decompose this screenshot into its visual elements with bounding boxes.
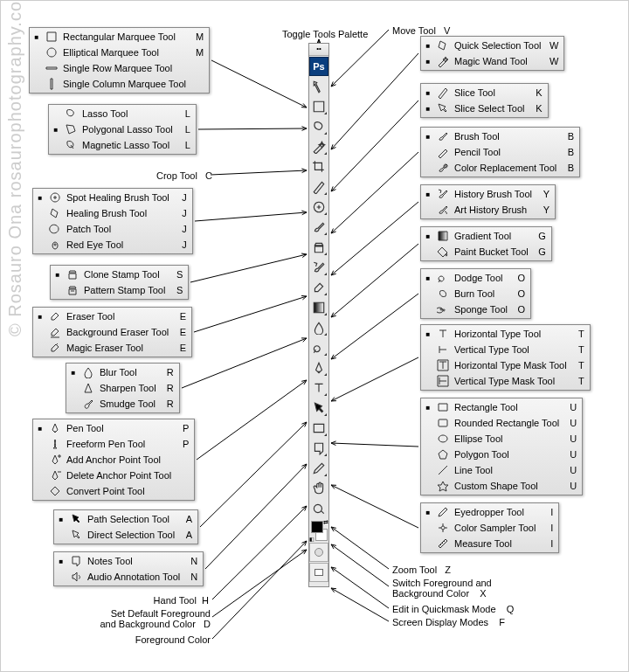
flyout-item[interactable]: Measure ToolI bbox=[421, 536, 558, 551]
flyout-item[interactable]: ■Polygonal Lasso ToolL bbox=[49, 121, 196, 137]
shortcut-key: E bbox=[176, 327, 186, 337]
tool-zoom[interactable] bbox=[309, 499, 328, 518]
flyout-item[interactable]: Vertical Type Mask ToolT bbox=[421, 373, 590, 389]
flyout-item[interactable]: ■Eyedropper ToolI bbox=[421, 504, 558, 520]
tool-eyedrop[interactable] bbox=[309, 459, 328, 478]
flyout-item[interactable]: ■Quick Selection ToolW bbox=[421, 38, 563, 53]
flyout-item[interactable]: ■Horizontal Type ToolT bbox=[421, 326, 590, 342]
flyout-item[interactable]: ■Blur ToolR bbox=[66, 364, 179, 380]
palette-drag-handle[interactable]: •• bbox=[309, 44, 328, 56]
tool-gradient[interactable] bbox=[309, 298, 328, 317]
tool-label: Sponge Tool bbox=[454, 304, 515, 315]
flyout-item[interactable]: Magnetic Lasso ToolL bbox=[49, 137, 196, 153]
flyout-item[interactable]: Sharpen ToolR bbox=[66, 380, 179, 396]
active-dot: ■ bbox=[52, 126, 59, 134]
shortcut-key: G bbox=[536, 231, 546, 241]
tool-history[interactable] bbox=[309, 258, 328, 277]
tool-rect[interactable] bbox=[309, 419, 328, 438]
tool-notes[interactable] bbox=[309, 439, 328, 458]
flyout-item[interactable]: Polygon ToolU bbox=[421, 447, 582, 462]
tool-label: Eraser Tool bbox=[66, 311, 176, 322]
tool-eraser[interactable] bbox=[309, 278, 328, 297]
tool-lasso[interactable] bbox=[309, 117, 328, 136]
tool-dodge[interactable] bbox=[309, 338, 328, 357]
flyout-item[interactable]: Patch ToolJ bbox=[33, 221, 192, 237]
flyout: ■Clone Stamp ToolSPattern Stamp ToolS bbox=[50, 265, 189, 300]
flyout-item[interactable]: ■Gradient ToolG bbox=[421, 228, 551, 244]
tool-path-sel[interactable] bbox=[309, 398, 328, 418]
tools-palette[interactable]: •• Ps ⇄ ◧ bbox=[308, 43, 329, 587]
tool-slice[interactable] bbox=[309, 177, 328, 197]
tool-rect-marq[interactable] bbox=[309, 97, 328, 116]
flyout-item[interactable]: Art History BrushY bbox=[421, 202, 555, 218]
flyout-item[interactable]: Add Anchor Point Tool bbox=[33, 452, 194, 468]
flyout-item[interactable]: Custom Shape ToolU bbox=[421, 478, 582, 494]
flyout-item[interactable]: ■Dodge ToolO bbox=[421, 270, 530, 286]
flyout-item[interactable]: Rounded Rectangle ToolU bbox=[421, 415, 582, 431]
flyout-item[interactable]: ■Brush ToolB bbox=[421, 128, 579, 144]
flyout-item[interactable]: ■Rectangle ToolU bbox=[421, 399, 582, 415]
flyout-item[interactable]: Freeform Pen ToolP bbox=[33, 436, 194, 452]
flyout-item[interactable]: Background Eraser ToolE bbox=[33, 324, 191, 340]
tool-spot-heal[interactable] bbox=[309, 197, 328, 217]
tool-brush[interactable] bbox=[309, 218, 328, 237]
flyout-item[interactable]: ■History Brush ToolY bbox=[421, 186, 555, 202]
flyout-item[interactable]: Ellipse ToolU bbox=[421, 431, 582, 447]
flyout-item[interactable]: Pencil ToolB bbox=[421, 144, 579, 160]
switch-colors-icon[interactable]: ⇄ bbox=[323, 519, 328, 525]
flyout: ■Dodge ToolOBurn ToolOSponge ToolO bbox=[420, 268, 531, 319]
flyout-item[interactable]: ■Magic Wand ToolW bbox=[421, 53, 563, 69]
color-swatches[interactable]: ⇄ ◧ bbox=[309, 519, 328, 542]
foreground-color-swatch[interactable] bbox=[311, 521, 323, 533]
tool-magic-wand[interactable] bbox=[309, 137, 328, 156]
flyout-item[interactable]: Elliptical Marquee ToolM bbox=[30, 45, 209, 60]
flyout-item[interactable]: Horizontal Type Mask ToolT bbox=[421, 357, 590, 373]
flyout-item[interactable]: ■Clone Stamp ToolS bbox=[51, 267, 188, 282]
quickmask-toggle[interactable] bbox=[309, 543, 328, 562]
flyout: ■Spot Healing Brush ToolJHealing Brush T… bbox=[32, 188, 193, 254]
default-colors-icon[interactable]: ◧ bbox=[309, 536, 315, 542]
tool-crop[interactable] bbox=[309, 157, 328, 177]
shortcut-key: J bbox=[176, 239, 187, 250]
flyout-item[interactable]: ■Notes ToolN bbox=[54, 553, 203, 569]
tool-move[interactable] bbox=[309, 77, 328, 96]
flyout-item[interactable]: Lasso ToolL bbox=[49, 106, 196, 121]
flyout-item[interactable]: Smudge ToolR bbox=[66, 396, 179, 412]
tool-pen[interactable] bbox=[309, 358, 328, 378]
flyout-item[interactable]: ■Slice Select ToolK bbox=[421, 100, 548, 116]
tool-h-type[interactable] bbox=[309, 378, 328, 398]
flyout-item[interactable]: ■Rectangular Marquee ToolM bbox=[30, 29, 209, 45]
flyout-item[interactable]: Color Replacement ToolB bbox=[421, 160, 579, 176]
tool-label: Paint Bucket Tool bbox=[454, 246, 536, 257]
flyout-item[interactable]: ■Spot Healing Brush ToolJ bbox=[33, 190, 192, 205]
flyout-item[interactable]: Paint Bucket ToolG bbox=[421, 244, 551, 260]
flyout-item[interactable]: Single Column Marquee Tool bbox=[30, 76, 209, 92]
patch-icon bbox=[47, 222, 63, 236]
flyout-item[interactable]: Sponge ToolO bbox=[421, 301, 530, 317]
brush-icon bbox=[435, 129, 451, 143]
flyout-item[interactable]: Audio Annotation ToolN bbox=[54, 569, 203, 585]
dodge-icon bbox=[435, 271, 451, 285]
tool-hand[interactable] bbox=[309, 479, 328, 498]
flyout-item[interactable]: Healing Brush ToolJ bbox=[33, 205, 192, 221]
flyout-item[interactable]: Color Sampler ToolI bbox=[421, 520, 558, 536]
flyout-item[interactable]: Direct Selection ToolA bbox=[54, 527, 197, 543]
flyout-item[interactable]: ■Slice ToolK bbox=[421, 85, 548, 100]
tool-blur[interactable] bbox=[309, 318, 328, 337]
flyout-item[interactable]: Single Row Marquee Tool bbox=[30, 60, 209, 76]
flyout-item[interactable]: Vertical Type ToolT bbox=[421, 342, 590, 357]
flyout-item[interactable]: Convert Point Tool bbox=[33, 483, 194, 499]
shortcut-key: L bbox=[180, 140, 190, 150]
flyout-item[interactable]: ■Eraser ToolE bbox=[33, 308, 191, 324]
screen-mode-toggle[interactable] bbox=[309, 563, 328, 582]
flyout-item[interactable]: Delete Anchor Point Tool bbox=[33, 468, 194, 483]
shortcut-key: J bbox=[176, 192, 187, 203]
flyout-item[interactable]: Line ToolU bbox=[421, 462, 582, 478]
flyout-item[interactable]: Magic Eraser ToolE bbox=[33, 340, 191, 356]
flyout-item[interactable]: Red Eye ToolJ bbox=[33, 237, 192, 253]
tool-clone[interactable] bbox=[309, 238, 328, 257]
flyout-item[interactable]: ■Path Selection ToolA bbox=[54, 511, 197, 527]
flyout-item[interactable]: ■Pen ToolP bbox=[33, 420, 194, 436]
flyout-item[interactable]: Pattern Stamp ToolS bbox=[51, 282, 188, 298]
flyout-item[interactable]: Burn ToolO bbox=[421, 286, 530, 301]
